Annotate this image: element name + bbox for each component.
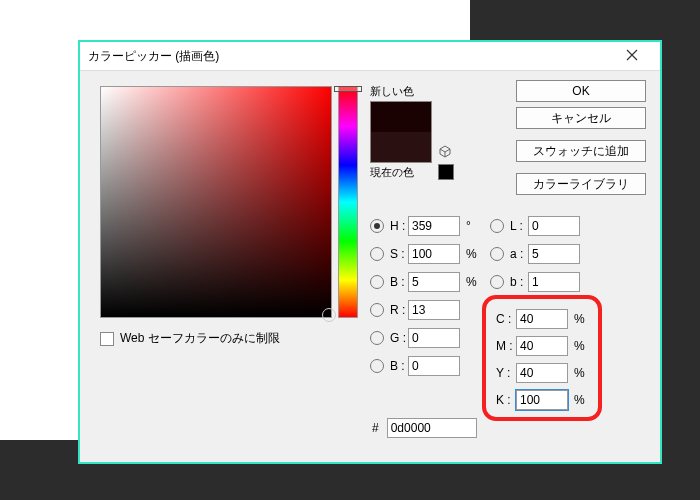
unit-y: % [574, 366, 588, 380]
new-color-swatch [371, 102, 431, 132]
input-a[interactable] [528, 244, 580, 264]
websafe-label: Web セーフカラーのみに制限 [120, 330, 280, 347]
radio-s[interactable] [370, 247, 384, 261]
gamut-swatch[interactable] [438, 164, 454, 180]
radio-a[interactable] [490, 247, 504, 261]
color-field[interactable] [100, 86, 332, 318]
label-l: L : [510, 219, 528, 233]
lab-column: L : a : b : [490, 212, 580, 296]
input-m[interactable] [516, 336, 568, 356]
titlebar: カラーピッカー (描画色) [80, 42, 660, 71]
cmyk-group-highlight: C : % M : % Y : % K : % [482, 295, 602, 421]
input-k[interactable] [516, 390, 568, 410]
input-b-rgb[interactable] [408, 356, 460, 376]
unit-c: % [574, 312, 588, 326]
hue-slider[interactable] [338, 86, 358, 318]
input-s[interactable] [408, 244, 460, 264]
input-r[interactable] [408, 300, 460, 320]
hex-label: # [372, 421, 379, 435]
dialog-title: カラーピッカー (描画色) [88, 48, 612, 65]
color-picker-dialog: カラーピッカー (描画色) 新しい色 現在の色 OK キャンセル [80, 42, 660, 462]
label-c: C : [496, 312, 516, 326]
label-b-hsb: B : [390, 275, 408, 289]
websafe-checkbox[interactable] [100, 332, 114, 346]
swatch-box [370, 101, 432, 163]
label-b-lab: b : [510, 275, 528, 289]
label-r: R : [390, 303, 408, 317]
label-m: M : [496, 339, 516, 353]
websafe-row: Web セーフカラーのみに制限 [100, 330, 280, 347]
input-h[interactable] [408, 216, 460, 236]
input-l[interactable] [528, 216, 580, 236]
input-b-lab[interactable] [528, 272, 580, 292]
label-a: a : [510, 247, 528, 261]
input-y[interactable] [516, 363, 568, 383]
radio-b-hsb[interactable] [370, 275, 384, 289]
hsb-rgb-column: H : ° S : % B : % R : [370, 212, 480, 380]
current-color-swatch[interactable] [371, 132, 431, 162]
radio-b-lab[interactable] [490, 275, 504, 289]
button-column: OK キャンセル スウォッチに追加 カラーライブラリ [516, 80, 646, 200]
input-c[interactable] [516, 309, 568, 329]
unit-k: % [574, 393, 588, 407]
color-library-button[interactable]: カラーライブラリ [516, 173, 646, 195]
close-button[interactable] [612, 48, 652, 64]
input-g[interactable] [408, 328, 460, 348]
color-field-cursor [322, 308, 336, 322]
label-k: K : [496, 393, 516, 407]
label-y: Y : [496, 366, 516, 380]
unit-h: ° [466, 219, 480, 233]
radio-b-rgb[interactable] [370, 359, 384, 373]
input-hex[interactable] [387, 418, 477, 438]
gamut-cube-icon[interactable] [438, 144, 452, 158]
close-icon [626, 49, 638, 61]
unit-m: % [574, 339, 588, 353]
hue-slider-thumb[interactable] [334, 86, 362, 92]
radio-h[interactable] [370, 219, 384, 233]
cancel-button[interactable]: キャンセル [516, 107, 646, 129]
current-color-label: 現在の色 [370, 165, 432, 180]
hex-row: # [372, 418, 477, 438]
label-s: S : [390, 247, 408, 261]
swatch-area: 新しい色 現在の色 [370, 82, 432, 182]
label-b-rgb: B : [390, 359, 408, 373]
label-g: G : [390, 331, 408, 345]
unit-s: % [466, 247, 480, 261]
radio-g[interactable] [370, 331, 384, 345]
ok-button[interactable]: OK [516, 80, 646, 102]
add-swatch-button[interactable]: スウォッチに追加 [516, 140, 646, 162]
label-h: H : [390, 219, 408, 233]
dialog-outer-frame: カラーピッカー (描画色) 新しい色 現在の色 OK キャンセル [78, 40, 662, 464]
input-b-hsb[interactable] [408, 272, 460, 292]
unit-b-hsb: % [466, 275, 480, 289]
radio-r[interactable] [370, 303, 384, 317]
radio-l[interactable] [490, 219, 504, 233]
new-color-label: 新しい色 [370, 84, 432, 99]
